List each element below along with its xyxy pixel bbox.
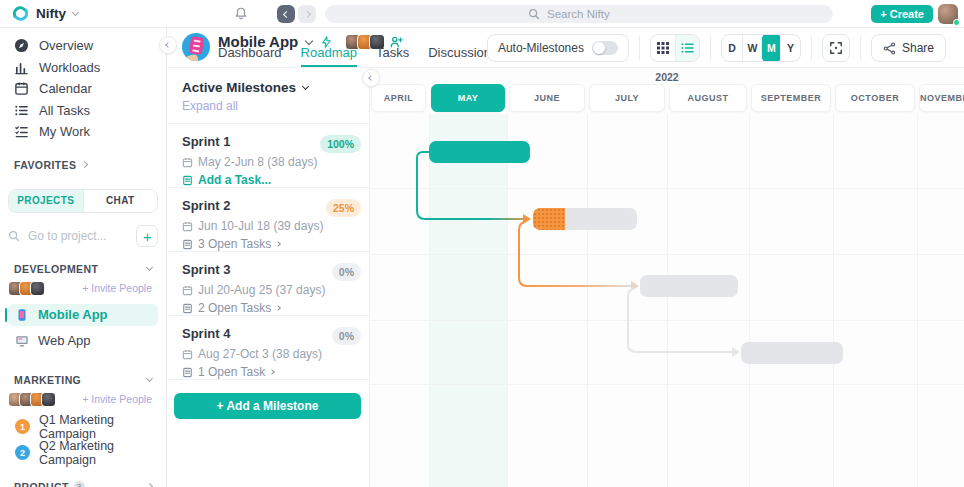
- sidebar-item-overview[interactable]: Overview: [0, 35, 166, 57]
- list-view-button[interactable]: [675, 35, 699, 61]
- user-avatar[interactable]: [938, 4, 958, 24]
- month-october[interactable]: OCTOBER: [835, 84, 915, 112]
- collapse-sidebar-button[interactable]: [159, 36, 177, 54]
- invite-people-link[interactable]: + Invite People: [82, 282, 152, 294]
- share-button[interactable]: Share: [871, 34, 946, 62]
- timescale-month-button[interactable]: M: [761, 34, 781, 62]
- add-task-link[interactable]: Add a Task...: [182, 173, 361, 187]
- global-search[interactable]: [325, 5, 833, 23]
- milestones-filter[interactable]: Active Milestones: [182, 80, 369, 95]
- tab-roadmap[interactable]: Roadmap: [301, 45, 357, 67]
- checklist-icon: [14, 124, 29, 139]
- task-icon: [182, 367, 193, 378]
- month-may[interactable]: MAY: [431, 84, 505, 112]
- sidebar-project-q1-campaign[interactable]: 1 Q1 Marketing Campaign: [8, 419, 158, 435]
- member-avatar[interactable]: [41, 392, 56, 407]
- sidebar-item-my-work[interactable]: My Work: [0, 121, 166, 143]
- milestone-row-sprint-4[interactable]: Sprint 4 Aug 27-Oct 3 (38 days) 1 Open T…: [168, 316, 369, 380]
- add-milestone-button[interactable]: + Add a Milestone: [174, 393, 361, 419]
- progress-badge: 0%: [332, 263, 361, 281]
- bar-chart-icon: [14, 60, 29, 75]
- mobile-app-icon: [15, 308, 29, 322]
- expand-all-link[interactable]: Expand all: [182, 99, 369, 113]
- add-project-button[interactable]: +: [136, 225, 158, 247]
- tab-dashboard[interactable]: Dashboard: [218, 45, 282, 67]
- member-avatar[interactable]: [30, 281, 45, 296]
- header-controls: Auto-Milestones D W M Y: [487, 34, 946, 62]
- progress-badge: 100%: [320, 135, 361, 153]
- milestone-row-sprint-1[interactable]: Sprint 1 May 2-Jun 8 (38 days) Add a Tas…: [168, 124, 369, 188]
- sidebar-project-mobile-app[interactable]: Mobile App: [8, 304, 158, 326]
- month-november[interactable]: NOVEMBER: [919, 84, 964, 112]
- project-icon[interactable]: [182, 33, 210, 61]
- sidebar-item-all-tasks[interactable]: All Tasks: [0, 100, 166, 122]
- timescale-year-button[interactable]: Y: [780, 35, 800, 61]
- task-icon: [182, 239, 193, 250]
- calendar-icon: [182, 349, 193, 360]
- fullscreen-button[interactable]: [822, 34, 850, 62]
- nav-forward-button[interactable]: [298, 5, 316, 23]
- open-tasks-link[interactable]: 1 Open Task: [182, 365, 361, 379]
- auto-milestones-control: Auto-Milestones: [487, 34, 629, 62]
- collapse-panel-button[interactable]: [362, 69, 380, 87]
- q2-number-badge: 2: [15, 445, 30, 460]
- chevron-right-icon: [269, 369, 275, 375]
- expand-group-chevron-icon: [146, 483, 153, 487]
- gantt-bar-sprint-2[interactable]: [533, 208, 637, 230]
- chevron-right-icon: [275, 305, 281, 311]
- month-september[interactable]: SEPTEMBER: [751, 84, 831, 112]
- global-search-input[interactable]: [545, 7, 630, 21]
- nav-back-button[interactable]: [277, 5, 295, 23]
- app-name: Nifty: [36, 6, 66, 21]
- collapse-group-chevron-icon: [146, 375, 153, 382]
- q1-number-badge: 1: [15, 419, 30, 434]
- current-month-highlight: [429, 114, 507, 487]
- open-tasks-link[interactable]: 3 Open Tasks: [182, 237, 361, 251]
- grid-view-button[interactable]: [651, 35, 675, 61]
- month-august[interactable]: AUGUST: [669, 84, 747, 112]
- auto-milestones-toggle[interactable]: [592, 41, 618, 55]
- gantt-bar-sprint-1[interactable]: [429, 141, 530, 163]
- milestones-panel: Active Milestones Expand all Sprint 1 Ma…: [168, 68, 370, 487]
- view-switcher: [650, 34, 700, 62]
- projects-chat-tabs: PROJECTS CHAT: [8, 189, 158, 213]
- month-june[interactable]: JUNE: [509, 84, 585, 112]
- milestone-row-sprint-3[interactable]: Sprint 3 Jul 20-Aug 25 (37 days) 2 Open …: [168, 252, 369, 316]
- project-search-input[interactable]: [26, 228, 130, 244]
- grid-icon: [657, 42, 669, 54]
- sidebar-item-workloads[interactable]: Workloads: [0, 57, 166, 79]
- month-april[interactable]: APRIL: [371, 84, 426, 112]
- sidebar-nav: Overview Workloads Calendar All Tasks My…: [0, 28, 166, 143]
- month-july[interactable]: JULY: [589, 84, 665, 112]
- search-icon: [528, 8, 540, 20]
- tab-projects[interactable]: PROJECTS: [9, 190, 83, 212]
- project-menu-chevron-icon[interactable]: [305, 36, 313, 44]
- favorites-chevron-icon: [81, 161, 88, 168]
- sidebar-item-calendar[interactable]: Calendar: [0, 78, 166, 100]
- gantt-bar-sprint-3[interactable]: [640, 275, 738, 297]
- app-logo[interactable]: Nifty: [12, 5, 78, 22]
- sidebar-project-web-app[interactable]: Web App: [8, 330, 158, 352]
- web-app-icon: [15, 334, 29, 348]
- invite-people-link[interactable]: + Invite People: [82, 393, 152, 405]
- tab-chat[interactable]: CHAT: [83, 190, 158, 212]
- nifty-app: Nifty + Create Overview Workloads: [0, 0, 964, 487]
- development-members-row: + Invite People: [8, 281, 152, 296]
- timescale-day-button[interactable]: D: [722, 35, 742, 61]
- sidebar-project-q2-campaign[interactable]: 2 Q2 Marketing Campaign: [8, 445, 158, 461]
- development-group-header[interactable]: DEVELOPMENT: [0, 263, 166, 275]
- notifications-bell-icon[interactable]: [234, 6, 248, 24]
- marketing-group-header[interactable]: MARKETING: [0, 374, 166, 386]
- calendar-icon: [182, 285, 193, 296]
- timescale-week-button[interactable]: W: [742, 35, 762, 61]
- gantt-bar-sprint-4[interactable]: [741, 342, 843, 364]
- milestone-row-sprint-2[interactable]: Sprint 2 Jun 10-Jul 18 (39 days) 3 Open …: [168, 188, 369, 252]
- nifty-logo-icon: [12, 5, 29, 22]
- tab-tasks[interactable]: Tasks: [376, 45, 409, 67]
- product-group-header[interactable]: PRODUCT ?: [0, 481, 166, 487]
- chevron-right-icon: [275, 241, 281, 247]
- open-tasks-link[interactable]: 2 Open Tasks: [182, 301, 361, 315]
- favorites-section[interactable]: FAVORITES: [0, 159, 166, 171]
- workspace-chevron-icon[interactable]: [72, 9, 79, 16]
- create-button[interactable]: + Create: [871, 5, 933, 23]
